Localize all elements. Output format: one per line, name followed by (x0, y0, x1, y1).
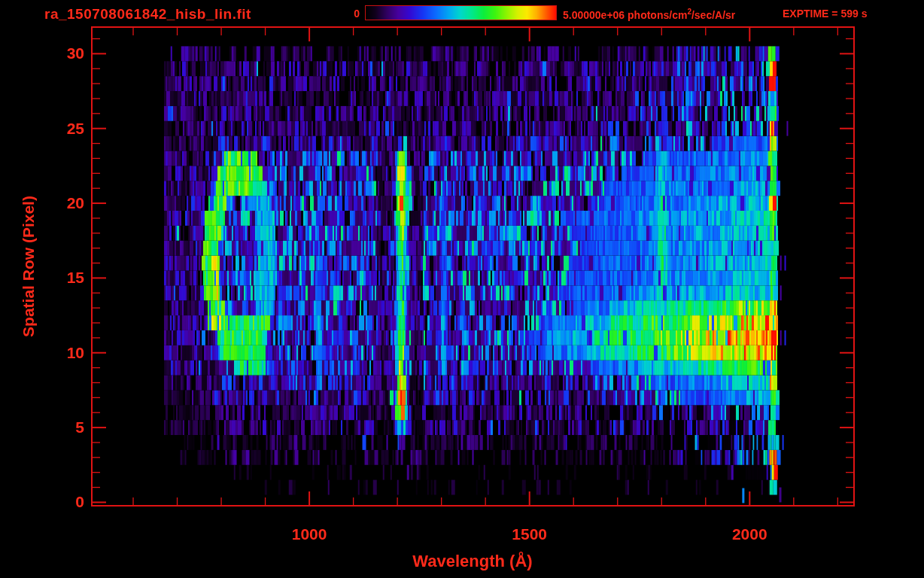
spectrogram-canvas (0, 0, 924, 578)
y-tick-label: 10 (39, 344, 84, 362)
y-tick-label: 25 (39, 120, 84, 138)
y-tick-label: 30 (39, 44, 84, 62)
alice-spectrogram-quicklook: ra_150708061842_hisb_lin.fit 0 5.00000e+… (0, 0, 924, 578)
colorbar-max-value: 5.00000e+06 (563, 9, 625, 21)
colorbar-gradient (365, 5, 557, 20)
exptime-label: EXPTIME = 599 s (783, 8, 867, 20)
y-tick-label: 20 (39, 194, 84, 212)
y-tick-label: 0 (39, 493, 84, 511)
colorbar-max-label: 5.00000e+06 photons/cm2/sec/A/sr (563, 8, 735, 21)
x-tick-label: 1500 (500, 525, 560, 543)
x-axis-label: Wavelength (Å) (360, 552, 585, 571)
y-tick-label: 5 (39, 418, 84, 437)
colorbar-min-label: 0 (340, 8, 360, 20)
y-tick-label: 15 (39, 269, 84, 287)
x-tick-label: 2000 (719, 525, 780, 543)
plot-title: ra_150708061842_hisb_lin.fit (44, 6, 251, 23)
colorbar-units-prefix: photons/cm (628, 9, 687, 21)
colorbar-units-suffix: /sec/A/sr (691, 9, 735, 21)
y-axis-label: Spatial Row (Pixel) (20, 176, 38, 357)
x-tick-label: 1000 (279, 525, 339, 543)
